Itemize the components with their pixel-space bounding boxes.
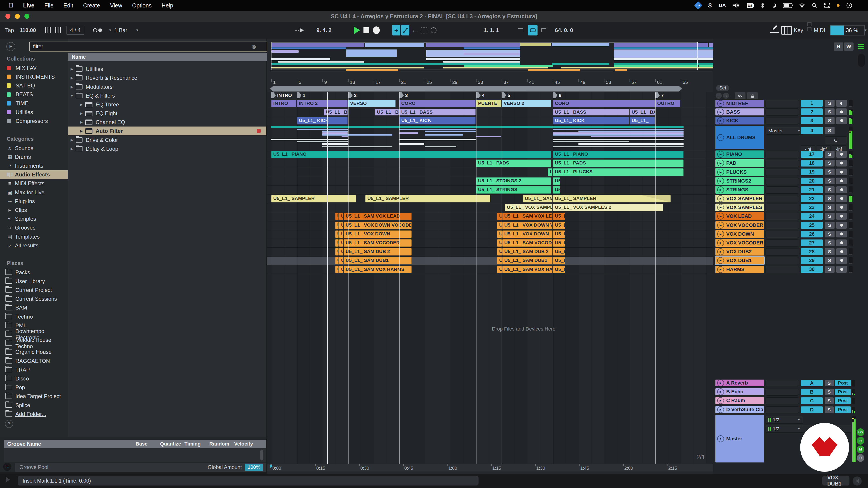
track-arm-button[interactable] [836, 108, 847, 115]
track-header-kick[interactable]: ▶KICK [715, 117, 764, 125]
track-play-icon[interactable]: ▶ [717, 397, 724, 404]
locator-4[interactable]: 4 [476, 92, 485, 98]
track-header-all-drums[interactable]: ≡ALL DRUMS [715, 126, 764, 149]
browser-row-modulators[interactable]: ▶Modulators [68, 83, 266, 91]
return-post-toggle[interactable]: Post [835, 380, 851, 386]
track-solo-button[interactable]: S [825, 100, 835, 107]
locator-intro[interactable]: INTRO [271, 92, 292, 98]
return-post-toggle[interactable]: Post [835, 389, 851, 395]
groove-col-random[interactable]: Random [209, 440, 229, 448]
set-locator-button[interactable]: Set [716, 85, 729, 91]
arrangement-clip[interactable]: OUTRO [655, 100, 680, 107]
control-center-icon[interactable] [824, 3, 830, 8]
arrangement-position-field[interactable]: 9. 4. 2 [316, 22, 332, 39]
track-io-box[interactable] [766, 222, 798, 229]
draw-mode-icon[interactable] [770, 22, 779, 39]
track-header-piano[interactable]: ▶PIANO [715, 151, 764, 158]
track-arm-button[interactable] [836, 213, 847, 220]
track-io-box[interactable] [766, 257, 798, 264]
track-play-icon[interactable]: ▶ [717, 213, 724, 220]
track-number-box[interactable]: 25 [801, 222, 823, 229]
sidebar-item-clips[interactable]: ▸Clips [0, 205, 68, 215]
track-arm-button[interactable] [836, 257, 847, 264]
arrangement-clip[interactable]: U5_L [553, 230, 565, 238]
track-io-box[interactable] [766, 266, 798, 273]
loop-button[interactable] [528, 22, 537, 39]
arrangement-clip[interactable]: U5_L [553, 257, 565, 264]
fixed-grid-w-button[interactable]: W [844, 42, 854, 51]
track-io-box[interactable] [766, 117, 798, 125]
sidebar-item-max-for-live[interactable]: ▣Max for Live [0, 188, 68, 197]
arrangement-clip[interactable]: VERSO 2 [502, 100, 551, 107]
track-io-box[interactable] [766, 160, 798, 167]
tempo-field[interactable]: 110.00 [20, 22, 36, 39]
arrangement-clip[interactable]: U5 [553, 186, 560, 194]
track-arm-button[interactable] [836, 168, 847, 175]
track-io-box[interactable] [766, 168, 798, 176]
disclosure-triangle-icon[interactable]: ▶ [68, 85, 76, 89]
arrangement-clip[interactable]: U5_L1_ BASS [553, 109, 629, 116]
return-io-box[interactable] [766, 380, 798, 387]
track-solo-button[interactable]: S [825, 204, 835, 211]
arrangement-clip[interactable]: U5_L1_ SAM VOX HARMS [344, 266, 412, 273]
browser-row-reverb-resonance[interactable]: ▶Reverb & Resonance [68, 73, 266, 82]
return-io-box[interactable] [766, 397, 798, 404]
zoom-window-button[interactable] [24, 14, 29, 19]
arrangement-clip[interactable]: U5 [339, 266, 343, 273]
arrangement-clip[interactable]: U5_L1_ KICK [553, 117, 629, 125]
arrangement-clip[interactable]: U5_L1_ PADS [553, 160, 684, 167]
master-io-2[interactable]: 1/2▼ [766, 425, 803, 433]
track-arm-button[interactable] [836, 239, 847, 246]
track-header-b-echo[interactable]: ▶B Echo [715, 388, 764, 395]
group-routing-menu[interactable]: Master▼ [766, 127, 803, 135]
track-header-vox-vocoder[interactable]: ▶VOX VOCODER [715, 239, 764, 247]
arrangement-clip[interactable]: U5_L [553, 248, 565, 256]
sidebar-item-audio-effects[interactable]: ‖|‖Audio Effects [0, 170, 68, 179]
arrangement-clip[interactable]: U5_L1_ PIANO [271, 151, 551, 158]
track-solo-button[interactable]: S [825, 186, 835, 193]
arrangement-clip[interactable]: U5_L1_ [629, 117, 655, 125]
arrangement-clip[interactable]: INTRO [271, 100, 296, 107]
track-lane-vox-down[interactable] [267, 230, 713, 239]
sidebar-item-organic-house[interactable]: Organic House [0, 348, 68, 357]
arrangement-clip[interactable]: U5 [497, 266, 502, 273]
track-lane-harms[interactable] [267, 266, 713, 274]
track-number-box[interactable]: 30 [801, 266, 823, 273]
sidebar-item-pop[interactable]: Pop [0, 383, 68, 392]
arrangement-clip[interactable]: U5_L1_ SAMPLER [271, 195, 356, 202]
browser-row-utilities[interactable]: ▶Utilities [68, 65, 266, 73]
sidebar-item-sam[interactable]: SAM [0, 303, 68, 312]
arrangement-clip[interactable]: U5 [335, 239, 339, 247]
browser-search-input[interactable] [29, 41, 267, 52]
bluetooth-icon[interactable] [761, 2, 765, 8]
browser-row-eq-filters[interactable]: ▼EQ & Filters [68, 91, 266, 100]
arrangement-clip[interactable]: U5_L1_ BA [375, 109, 399, 116]
return-channel-box[interactable]: B [801, 389, 823, 395]
track-arm-button[interactable] [836, 117, 847, 124]
arrangement-clip[interactable]: U5_L1_ KICK [297, 117, 347, 125]
ua-app-icon[interactable]: UA [719, 2, 726, 8]
track-play-icon[interactable]: ▶ [717, 117, 724, 124]
lock-envelopes-icon[interactable] [747, 92, 758, 99]
track-solo-button[interactable]: S [825, 127, 835, 134]
arrangement-clip[interactable]: U5_L1_ SAM DUB1 [344, 257, 412, 264]
sidebar-item-packs[interactable]: Packs [0, 268, 68, 277]
browser-row-eq-three[interactable]: ▶EQ Three [68, 100, 266, 109]
track-header-strings2[interactable]: ▶STRINGS2 [715, 177, 764, 185]
locator-5[interactable]: 5 [502, 92, 510, 98]
nudge-up-button[interactable] [55, 27, 62, 33]
loop-link-icon[interactable] [735, 92, 745, 99]
quantize-dropdown-icon[interactable]: ▼ [135, 22, 139, 39]
midi-map-mode-button[interactable]: MIDI [814, 22, 825, 39]
track-number-box[interactable]: 4 [801, 127, 823, 134]
track-header-harms[interactable]: ▶HARMS [715, 266, 764, 273]
arrangement-clip[interactable]: CORO [553, 100, 655, 107]
track-solo-button[interactable]: S [825, 151, 835, 158]
track-number-box[interactable]: 22 [801, 195, 823, 202]
track-arm-button[interactable] [836, 160, 847, 166]
arrangement-clip[interactable]: U5_L1_ KICK [399, 117, 475, 125]
track-play-icon[interactable]: ▶ [717, 160, 724, 166]
sidebar-item-all-results[interactable]: ⌕All results [0, 241, 68, 250]
follow-icon[interactable] [295, 22, 305, 39]
track-solo-button[interactable]: S [825, 177, 835, 184]
